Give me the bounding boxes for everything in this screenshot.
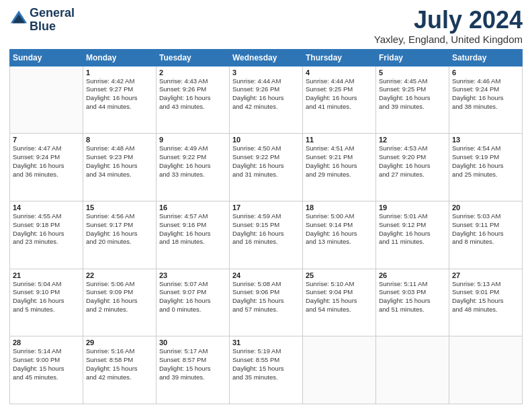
cell-content: Sunrise: 5:04 AM Sunset: 9:10 PM Dayligh… (13, 280, 80, 314)
calendar-week-row: 14Sunrise: 4:55 AM Sunset: 9:18 PM Dayli… (10, 201, 523, 269)
day-number: 15 (86, 203, 153, 212)
calendar-cell: 28Sunrise: 5:14 AM Sunset: 9:00 PM Dayli… (10, 336, 83, 404)
page: General Blue July 2024 Yaxley, England, … (0, 0, 532, 411)
cell-content: Sunrise: 5:17 AM Sunset: 8:57 PM Dayligh… (159, 347, 226, 381)
day-number: 2 (159, 68, 226, 77)
calendar-cell: 4Sunrise: 4:44 AM Sunset: 9:25 PM Daylig… (303, 66, 376, 134)
location: Yaxley, England, United Kingdom (374, 34, 523, 45)
cell-content: Sunrise: 5:07 AM Sunset: 9:07 PM Dayligh… (159, 280, 226, 314)
cell-content: Sunrise: 4:56 AM Sunset: 9:17 PM Dayligh… (86, 212, 153, 246)
calendar-cell: 26Sunrise: 5:11 AM Sunset: 9:03 PM Dayli… (376, 269, 449, 336)
day-number: 20 (452, 203, 519, 212)
calendar-day-header: Tuesday (157, 49, 230, 66)
day-number: 28 (13, 338, 80, 347)
calendar-cell: 17Sunrise: 4:59 AM Sunset: 9:15 PM Dayli… (230, 201, 303, 269)
logo-icon (9, 9, 28, 28)
cell-content: Sunrise: 4:44 AM Sunset: 9:26 PM Dayligh… (232, 77, 300, 111)
title-area: July 2024 Yaxley, England, United Kingdo… (374, 7, 523, 45)
cell-content: Sunrise: 5:13 AM Sunset: 9:01 PM Dayligh… (452, 280, 519, 314)
day-number: 16 (159, 203, 226, 212)
calendar-cell: 21Sunrise: 5:04 AM Sunset: 9:10 PM Dayli… (10, 269, 83, 336)
calendar-cell: 7Sunrise: 4:47 AM Sunset: 9:24 PM Daylig… (10, 134, 83, 201)
calendar-week-row: 21Sunrise: 5:04 AM Sunset: 9:10 PM Dayli… (10, 269, 523, 336)
cell-content: Sunrise: 4:54 AM Sunset: 9:19 PM Dayligh… (452, 144, 519, 179)
cell-content: Sunrise: 4:53 AM Sunset: 9:20 PM Dayligh… (379, 144, 446, 179)
day-number: 29 (86, 338, 153, 347)
cell-content: Sunrise: 5:01 AM Sunset: 9:12 PM Dayligh… (379, 212, 446, 246)
calendar-day-header: Monday (83, 49, 157, 66)
calendar-cell: 14Sunrise: 4:55 AM Sunset: 9:18 PM Dayli… (10, 201, 83, 269)
calendar-cell: 6Sunrise: 4:46 AM Sunset: 9:24 PM Daylig… (449, 66, 523, 134)
calendar-cell: 9Sunrise: 4:49 AM Sunset: 9:22 PM Daylig… (157, 134, 230, 201)
day-number: 7 (13, 136, 80, 144)
calendar-week-row: 7Sunrise: 4:47 AM Sunset: 9:24 PM Daylig… (10, 134, 523, 201)
cell-content: Sunrise: 5:03 AM Sunset: 9:11 PM Dayligh… (452, 212, 519, 246)
day-number: 11 (306, 136, 373, 144)
day-number: 27 (452, 271, 519, 279)
calendar-cell: 1Sunrise: 4:42 AM Sunset: 9:27 PM Daylig… (83, 66, 157, 134)
cell-content: Sunrise: 4:57 AM Sunset: 9:16 PM Dayligh… (159, 212, 226, 246)
calendar-cell: 19Sunrise: 5:01 AM Sunset: 9:12 PM Dayli… (376, 201, 449, 269)
calendar-cell: 3Sunrise: 4:44 AM Sunset: 9:26 PM Daylig… (230, 66, 303, 134)
logo-text: General Blue (30, 7, 75, 34)
calendar-cell: 16Sunrise: 4:57 AM Sunset: 9:16 PM Dayli… (157, 201, 230, 269)
cell-content: Sunrise: 5:19 AM Sunset: 8:55 PM Dayligh… (232, 347, 300, 381)
cell-content: Sunrise: 4:42 AM Sunset: 9:27 PM Dayligh… (86, 77, 153, 111)
calendar-cell: 15Sunrise: 4:56 AM Sunset: 9:17 PM Dayli… (83, 201, 157, 269)
calendar-cell: 22Sunrise: 5:06 AM Sunset: 9:09 PM Dayli… (83, 269, 157, 336)
day-number: 23 (159, 271, 226, 279)
calendar-cell: 10Sunrise: 4:50 AM Sunset: 9:22 PM Dayli… (230, 134, 303, 201)
month-title: July 2024 (374, 7, 523, 34)
cell-content: Sunrise: 4:43 AM Sunset: 9:26 PM Dayligh… (159, 77, 226, 111)
cell-content: Sunrise: 4:49 AM Sunset: 9:22 PM Dayligh… (159, 144, 226, 179)
cell-content: Sunrise: 5:11 AM Sunset: 9:03 PM Dayligh… (379, 280, 446, 314)
day-number: 21 (13, 271, 80, 279)
day-number: 25 (306, 271, 373, 279)
day-number: 12 (379, 136, 446, 144)
calendar-table: SundayMondayTuesdayWednesdayThursdayFrid… (9, 49, 523, 404)
calendar-week-row: 1Sunrise: 4:42 AM Sunset: 9:27 PM Daylig… (10, 66, 523, 134)
day-number: 17 (232, 203, 300, 212)
cell-content: Sunrise: 4:59 AM Sunset: 9:15 PM Dayligh… (232, 212, 300, 246)
calendar-day-header: Thursday (303, 49, 376, 66)
calendar-cell: 13Sunrise: 4:54 AM Sunset: 9:19 PM Dayli… (449, 134, 523, 201)
cell-content: Sunrise: 5:00 AM Sunset: 9:14 PM Dayligh… (306, 212, 373, 246)
day-number: 13 (452, 136, 519, 144)
cell-content: Sunrise: 5:08 AM Sunset: 9:06 PM Dayligh… (232, 280, 300, 314)
calendar-cell: 20Sunrise: 5:03 AM Sunset: 9:11 PM Dayli… (449, 201, 523, 269)
calendar-header-row: SundayMondayTuesdayWednesdayThursdayFrid… (10, 49, 523, 66)
calendar-cell: 18Sunrise: 5:00 AM Sunset: 9:14 PM Dayli… (303, 201, 376, 269)
day-number: 10 (232, 136, 300, 144)
day-number: 1 (86, 68, 153, 77)
calendar-cell: 31Sunrise: 5:19 AM Sunset: 8:55 PM Dayli… (230, 336, 303, 404)
calendar-cell: 12Sunrise: 4:53 AM Sunset: 9:20 PM Dayli… (376, 134, 449, 201)
calendar-cell: 11Sunrise: 4:51 AM Sunset: 9:21 PM Dayli… (303, 134, 376, 201)
calendar-week-row: 28Sunrise: 5:14 AM Sunset: 9:00 PM Dayli… (10, 336, 523, 404)
calendar-cell: 8Sunrise: 4:48 AM Sunset: 9:23 PM Daylig… (83, 134, 157, 201)
cell-content: Sunrise: 4:50 AM Sunset: 9:22 PM Dayligh… (232, 144, 300, 179)
day-number: 18 (306, 203, 373, 212)
cell-content: Sunrise: 4:45 AM Sunset: 9:25 PM Dayligh… (379, 77, 446, 111)
calendar-cell (449, 336, 523, 404)
calendar-cell: 23Sunrise: 5:07 AM Sunset: 9:07 PM Dayli… (157, 269, 230, 336)
day-number: 19 (379, 203, 446, 212)
day-number: 9 (159, 136, 226, 144)
calendar-day-header: Sunday (10, 49, 83, 66)
calendar-day-header: Saturday (449, 49, 523, 66)
header: General Blue July 2024 Yaxley, England, … (9, 7, 523, 45)
day-number: 14 (13, 203, 80, 212)
cell-content: Sunrise: 4:44 AM Sunset: 9:25 PM Dayligh… (306, 77, 373, 111)
calendar-cell (376, 336, 449, 404)
day-number: 5 (379, 68, 446, 77)
day-number: 3 (232, 68, 300, 77)
day-number: 8 (86, 136, 153, 144)
calendar-cell: 27Sunrise: 5:13 AM Sunset: 9:01 PM Dayli… (449, 269, 523, 336)
day-number: 31 (232, 338, 300, 347)
cell-content: Sunrise: 5:06 AM Sunset: 9:09 PM Dayligh… (86, 280, 153, 314)
calendar-cell: 30Sunrise: 5:17 AM Sunset: 8:57 PM Dayli… (157, 336, 230, 404)
cell-content: Sunrise: 5:16 AM Sunset: 8:58 PM Dayligh… (86, 347, 153, 381)
cell-content: Sunrise: 4:48 AM Sunset: 9:23 PM Dayligh… (86, 144, 153, 179)
day-number: 4 (306, 68, 373, 77)
calendar-day-header: Friday (376, 49, 449, 66)
calendar-day-header: Wednesday (230, 49, 303, 66)
